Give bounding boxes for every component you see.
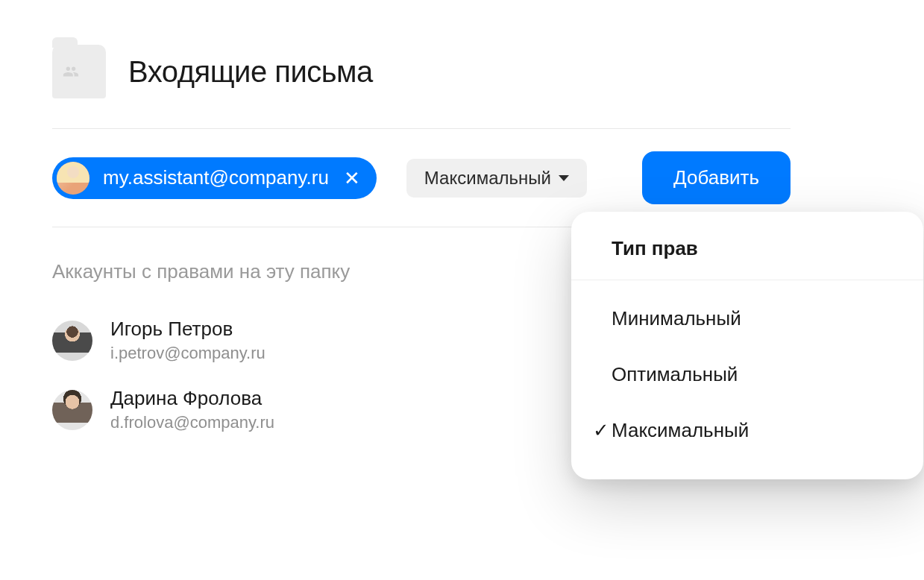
avatar bbox=[52, 321, 92, 361]
dropdown-option-label: Максимальный bbox=[612, 419, 883, 442]
account-name: Игорь Петров bbox=[110, 318, 265, 341]
avatar bbox=[57, 162, 89, 195]
account-email: d.frolova@company.ru bbox=[110, 413, 274, 432]
panel-header: Входящие письма bbox=[52, 45, 791, 98]
page-title: Входящие письма bbox=[128, 55, 373, 89]
shared-folder-icon bbox=[52, 45, 106, 98]
chip-email: my.assistant@company.ru bbox=[103, 166, 329, 189]
account-name: Дарина Фролова bbox=[110, 387, 274, 410]
account-info: Дарина Фролова d.frolova@company.ru bbox=[110, 387, 274, 432]
permission-select-value: Максимальный bbox=[424, 168, 551, 189]
dropdown-options: Минимальный Оптимальный ✓ Максимальный bbox=[571, 280, 923, 479]
dropdown-option-maximal[interactable]: ✓ Максимальный bbox=[571, 403, 923, 458]
permission-select[interactable]: Максимальный bbox=[406, 159, 587, 198]
add-button[interactable]: Добавить bbox=[642, 151, 791, 204]
chevron-down-icon bbox=[559, 175, 569, 181]
dropdown-option-optimal[interactable]: Оптимальный bbox=[571, 347, 923, 403]
dropdown-option-label: Оптимальный bbox=[612, 363, 883, 386]
check-icon: ✓ bbox=[591, 419, 612, 442]
permission-dropdown: Тип прав Минимальный Оптимальный ✓ Макси… bbox=[571, 212, 923, 479]
avatar bbox=[52, 390, 92, 430]
dropdown-option-minimal[interactable]: Минимальный bbox=[571, 291, 923, 347]
dropdown-option-label: Минимальный bbox=[612, 307, 883, 330]
account-info: Игорь Петров i.petrov@company.ru bbox=[110, 318, 265, 363]
account-email: i.petrov@company.ru bbox=[110, 344, 265, 363]
people-icon bbox=[61, 63, 81, 80]
user-chip[interactable]: my.assistant@company.ru ✕ bbox=[52, 157, 377, 199]
dropdown-title: Тип прав bbox=[571, 212, 923, 280]
chip-remove-icon[interactable]: ✕ bbox=[342, 168, 362, 188]
